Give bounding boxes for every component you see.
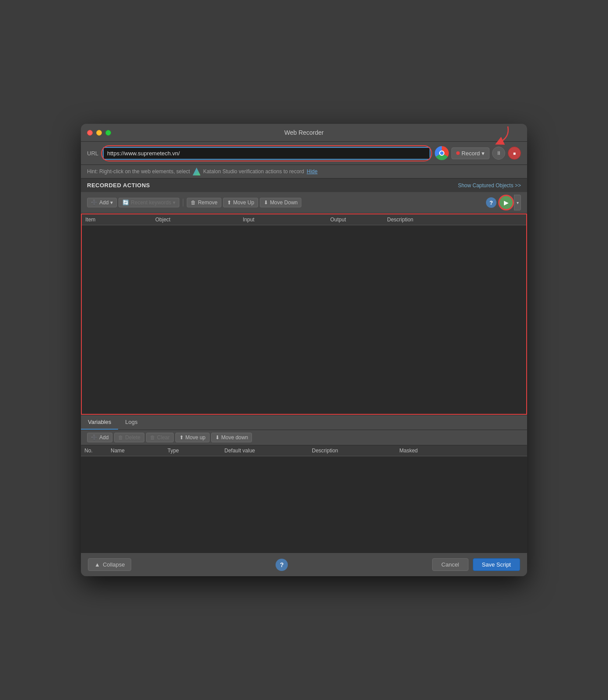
recorded-actions-table: Item Object Input Output Description — [81, 214, 527, 415]
variables-toolbar: ➕ Add 🗑 Delete 🗑 Clear ⬆ Move up ⬇ Move … — [81, 430, 527, 445]
move-down-label: Move Down — [270, 200, 297, 206]
tab-variables[interactable]: Variables — [81, 415, 118, 430]
vars-delete-button[interactable]: 🗑 Delete — [114, 433, 144, 442]
maximize-button[interactable] — [105, 130, 111, 136]
add-label: Add — [99, 200, 108, 206]
vars-up-icon: ⬆ — [179, 434, 184, 441]
record-dropdown-icon: ▾ — [482, 150, 485, 157]
footer-help-button[interactable]: ? — [276, 559, 288, 571]
col-input-label: Input — [243, 217, 255, 223]
col-object-header: Object — [152, 217, 239, 223]
col-object-label: Object — [155, 217, 171, 223]
save-script-button[interactable]: Save Script — [473, 558, 520, 571]
hide-link[interactable]: Hide — [307, 168, 318, 175]
vars-down-icon: ⬇ — [215, 434, 220, 441]
vars-delete-label: Delete — [125, 434, 140, 441]
vars-add-button[interactable]: ➕ Add — [87, 433, 112, 442]
add-button[interactable]: ➕ Add ▾ — [87, 198, 117, 207]
chrome-icon — [435, 146, 449, 160]
vars-move-down-label: Move down — [221, 434, 248, 441]
actions-toolbar: ➕ Add ▾ 🔄 Recent keywords ▾ 🗑 Remove ⬆ M… — [81, 192, 527, 214]
recorded-actions-title: RECORDED ACTIONS — [87, 182, 150, 189]
stop-button[interactable]: ■ — [508, 147, 521, 160]
vcol-masked-header: Masked — [396, 448, 527, 454]
vars-move-up-button[interactable]: ⬆ Move up — [175, 433, 210, 442]
url-label: URL — [87, 150, 98, 157]
vars-table-body — [81, 456, 527, 553]
trash-icon: 🗑 — [191, 200, 196, 206]
record-dot-icon — [456, 151, 460, 155]
web-recorder-window: Web Recorder URL — [81, 124, 527, 576]
katalon-hint-text: Katalon Studio verification actions to r… — [203, 168, 304, 175]
play-dropdown-button[interactable]: ▾ — [514, 195, 521, 210]
record-area: Record ▾ ⏸ ■ — [435, 146, 521, 160]
move-up-button[interactable]: ⬆ Move Up — [223, 198, 258, 207]
show-captured-link[interactable]: Show Captured Objects >> — [458, 182, 521, 189]
vars-add-icon: ➕ — [91, 434, 98, 441]
col-output-header: Output — [327, 217, 384, 223]
up-icon: ⬆ — [227, 200, 231, 206]
cancel-label: Cancel — [441, 561, 459, 568]
pause-button[interactable]: ⏸ — [492, 147, 505, 160]
vars-trash-icon: 🗑 — [118, 434, 123, 441]
move-down-button[interactable]: ⬇ Move Down — [260, 198, 301, 207]
down-icon: ⬇ — [264, 200, 268, 206]
vcol-desc-header: Description — [308, 448, 396, 454]
hint-text: Hint: Right-click on the web elements, s… — [87, 168, 190, 175]
col-output-label: Output — [330, 217, 346, 223]
table-body — [82, 225, 526, 400]
footer-center: ? — [276, 559, 288, 571]
col-item-label: Item — [85, 217, 95, 223]
footer: ▲ Collapse ? Cancel Save Script — [81, 553, 527, 576]
vars-add-label: Add — [99, 434, 108, 441]
vcol-default-label: Default value — [224, 448, 255, 454]
vars-table-header: No. Name Type Default value Description … — [81, 445, 527, 456]
tab-logs[interactable]: Logs — [118, 415, 144, 430]
vcol-default-header: Default value — [221, 448, 308, 454]
vcol-type-label: Type — [168, 448, 179, 454]
vars-move-down-button[interactable]: ⬇ Move down — [211, 433, 252, 442]
col-item-header: Item — [82, 217, 152, 223]
vars-clear-icon: 🗑 — [150, 434, 155, 441]
url-input[interactable] — [103, 147, 430, 160]
recent-icon: 🔄 — [122, 200, 129, 206]
url-bar: URL Record — [81, 142, 527, 165]
toolbar-separator-1 — [183, 199, 183, 206]
vcol-no-label: No. — [84, 448, 93, 454]
katalon-logo-icon — [192, 168, 200, 175]
vcol-type-header: Type — [164, 448, 221, 454]
vcol-name-header: Name — [107, 448, 164, 454]
move-up-label: Move Up — [233, 200, 254, 206]
col-input-header: Input — [239, 217, 327, 223]
cancel-button[interactable]: Cancel — [432, 558, 468, 571]
vars-clear-label: Clear — [157, 434, 170, 441]
recent-dropdown-icon: ▾ — [173, 200, 175, 206]
col-desc-label: Description — [387, 217, 413, 223]
url-input-wrapper — [103, 147, 430, 160]
vars-move-up-label: Move up — [185, 434, 206, 441]
record-button[interactable]: Record ▾ — [451, 147, 489, 159]
table-header: Item Object Input Output Description — [82, 214, 526, 225]
record-label: Record — [461, 150, 480, 157]
help-button[interactable]: ? — [486, 197, 496, 208]
minimize-button[interactable] — [96, 130, 102, 136]
collapse-icon: ▲ — [94, 561, 100, 568]
col-desc-header: Description — [384, 217, 526, 223]
save-script-label: Save Script — [482, 561, 511, 568]
footer-actions: Cancel Save Script — [432, 558, 520, 571]
recorded-actions-header: RECORDED ACTIONS Show Captured Objects >… — [81, 178, 527, 192]
play-button[interactable]: ▶ — [498, 195, 514, 210]
close-button[interactable] — [87, 130, 93, 136]
titlebar: Web Recorder — [81, 124, 527, 142]
remove-button[interactable]: 🗑 Remove — [187, 198, 221, 207]
vcol-masked-label: Masked — [399, 448, 418, 454]
collapse-button[interactable]: ▲ Collapse — [88, 558, 131, 571]
hint-bar: Hint: Right-click on the web elements, s… — [81, 165, 527, 178]
recent-keywords-button[interactable]: 🔄 Recent keywords ▾ — [119, 198, 179, 207]
add-icon: ➕ — [91, 200, 98, 206]
tab-logs-label: Logs — [125, 419, 137, 425]
collapse-label: Collapse — [103, 561, 125, 568]
remove-label: Remove — [198, 200, 217, 206]
bottom-tabs: Variables Logs — [81, 415, 527, 430]
vars-clear-button[interactable]: 🗑 Clear — [146, 433, 174, 442]
